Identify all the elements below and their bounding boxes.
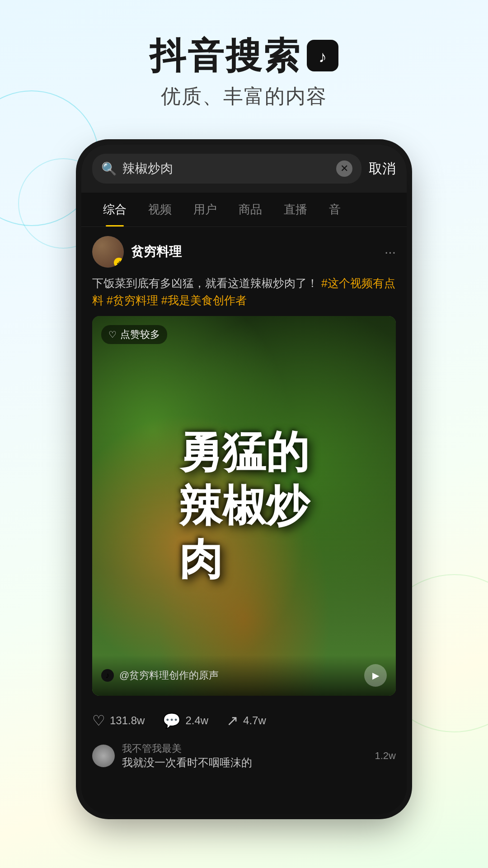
- search-icon: 🔍: [101, 161, 117, 176]
- commenter-name: 我不管我最美: [122, 742, 368, 755]
- subtitle: 优质、丰富的内容: [0, 83, 488, 110]
- video-calligraphy-line2: 辣椒炒: [179, 481, 309, 531]
- comment-button[interactable]: 💬 2.4w: [163, 712, 208, 729]
- phone-screen: 🔍 辣椒炒肉 ✕ 取消 综合 视频 用户 商品 直播 音: [81, 145, 407, 814]
- sound-description: @贫穷料理创作的原声: [119, 669, 359, 682]
- share-icon: ↗: [226, 712, 239, 729]
- video-calligraphy-line3: 肉: [179, 534, 309, 584]
- header-section: 抖音搜索 ♪ 优质、丰富的内容: [0, 0, 488, 128]
- post-description: 下饭菜到底有多凶猛，就看这道辣椒炒肉了！ #这个视频有点料 #贫穷料理 #我是美…: [92, 275, 396, 309]
- comment-like-count: 1.2w: [375, 750, 396, 762]
- clear-button[interactable]: ✕: [336, 160, 352, 177]
- phone-mockup: 🔍 辣椒炒肉 ✕ 取消 综合 视频 用户 商品 直播 音: [81, 145, 407, 814]
- video-calligraphy-line1: 勇猛的: [179, 427, 309, 477]
- tiktok-logo-icon: ♪: [307, 40, 338, 71]
- search-input-wrapper[interactable]: 🔍 辣椒炒肉 ✕: [92, 154, 361, 184]
- tabs-bar: 综合 视频 用户 商品 直播 音: [81, 193, 407, 227]
- comment-icon: 💬: [163, 712, 181, 729]
- verified-badge: ✓: [114, 258, 124, 268]
- interaction-bar: ♡ 131.8w 💬 2.4w ↗ 4.7w: [81, 705, 407, 736]
- video-bottom-bar: ♪ @贫穷料理创作的原声 ▶: [92, 655, 396, 696]
- tab-用户[interactable]: 用户: [183, 193, 228, 226]
- search-bar: 🔍 辣椒炒肉 ✕ 取消: [81, 145, 407, 193]
- tab-音[interactable]: 音: [318, 193, 352, 226]
- like-button[interactable]: ♡ 131.8w: [92, 712, 145, 729]
- search-query: 辣椒炒肉: [122, 160, 331, 177]
- share-count: 4.7w: [243, 714, 266, 727]
- user-card: ✓ 贫穷料理 ···: [92, 236, 396, 268]
- hashtag-3[interactable]: #我是美食创作者: [161, 294, 247, 307]
- comment-count: 2.4w: [185, 714, 208, 727]
- commenter-avatar: [92, 745, 115, 767]
- video-card[interactable]: ♡ 点赞较多 勇猛的 辣椒炒 肉 ♪ @贫穷料理创作的原: [92, 316, 396, 696]
- like-count: 131.8w: [110, 714, 145, 727]
- user-avatar: ✓: [92, 236, 124, 268]
- comment-text: 我就没一次看时不咽唾沫的: [122, 755, 368, 770]
- content-area: ✓ 贫穷料理 ··· 下饭菜到底有多凶猛，就看这道辣椒炒肉了！ #这个视频有点料…: [81, 227, 407, 705]
- username[interactable]: 贫穷料理: [131, 243, 385, 260]
- svg-text:♪: ♪: [319, 47, 327, 66]
- comment-row: 我不管我最美 我就没一次看时不咽唾沫的 1.2w: [92, 742, 396, 770]
- play-button[interactable]: ▶: [364, 664, 387, 687]
- more-options-icon[interactable]: ···: [385, 244, 396, 259]
- app-title: 抖音搜索: [150, 36, 301, 76]
- tab-视频[interactable]: 视频: [137, 193, 183, 226]
- comment-content: 我不管我最美 我就没一次看时不咽唾沫的: [122, 742, 368, 770]
- video-text-overlay: 勇猛的 辣椒炒 肉: [92, 316, 396, 696]
- hashtag-2[interactable]: #贫穷料理: [107, 294, 158, 307]
- video-background: ♡ 点赞较多 勇猛的 辣椒炒 肉 ♪ @贫穷料理创作的原: [92, 316, 396, 696]
- tab-直播[interactable]: 直播: [273, 193, 318, 226]
- cancel-button[interactable]: 取消: [369, 160, 396, 178]
- comment-section: 我不管我最美 我就没一次看时不咽唾沫的 1.2w: [81, 736, 407, 780]
- tab-商品[interactable]: 商品: [228, 193, 273, 226]
- share-button[interactable]: ↗ 4.7w: [226, 712, 266, 729]
- tab-综合[interactable]: 综合: [92, 193, 137, 226]
- like-icon: ♡: [92, 712, 105, 729]
- tiktok-small-logo: ♪: [101, 669, 114, 682]
